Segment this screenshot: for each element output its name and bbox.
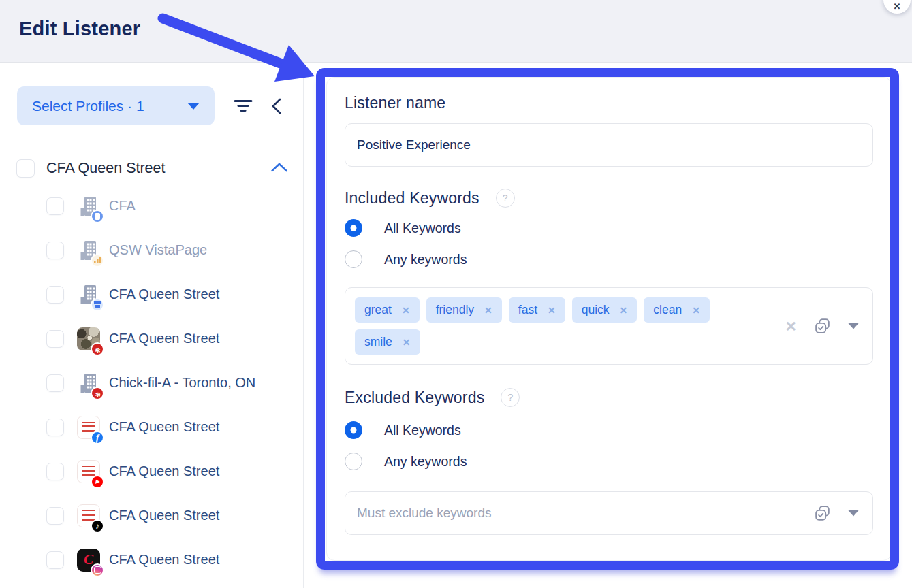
profile-checkbox[interactable] — [46, 374, 64, 392]
excluded-keywords-input[interactable] — [345, 492, 764, 534]
keyword-chips: great✕friendly✕fast✕quick✕clean✕smile✕ — [355, 297, 764, 355]
profile-row[interactable]: CFA Queen Street — [0, 405, 303, 449]
instagram-badge-icon — [91, 564, 104, 577]
profile-name: CFA Queen Street — [109, 287, 219, 302]
chevron-down-icon[interactable] — [848, 323, 859, 329]
tiktok-badge-icon — [91, 519, 104, 533]
filter-icon[interactable] — [234, 99, 253, 114]
profile-name: CFA Queen Street — [109, 552, 219, 568]
remove-keyword-icon[interactable]: ✕ — [692, 305, 700, 316]
google-business-badge-icon — [91, 210, 104, 223]
keyword-chip-label: clean — [653, 303, 682, 317]
remove-keyword-icon[interactable]: ✕ — [402, 305, 410, 316]
radio-unselected-icon[interactable] — [345, 250, 362, 268]
included-keywords-input[interactable]: great✕friendly✕fast✕quick✕clean✕smile✕ ✕ — [345, 287, 873, 365]
chevron-down-icon — [187, 103, 200, 110]
profile-checkbox[interactable] — [46, 197, 64, 215]
facebook-badge-icon — [91, 431, 104, 444]
profile-row[interactable]: Chick-fil-A - Toronto, ON — [0, 361, 303, 405]
brand-logo-avatar — [77, 460, 100, 483]
excluded-keywords-input-wrap — [345, 491, 873, 535]
analytics-badge-icon — [91, 254, 104, 267]
building-icon — [77, 195, 100, 218]
profile-name: Chick-fil-A - Toronto, ON — [109, 375, 255, 391]
profile-name: CFA Queen Street — [109, 508, 219, 523]
profile-row[interactable]: CFA Queen Street — [0, 316, 303, 361]
remove-keyword-icon[interactable]: ✕ — [620, 305, 628, 316]
remove-keyword-icon[interactable]: ✕ — [548, 305, 556, 316]
radio-selected-icon[interactable] — [345, 219, 362, 237]
radio-selected-icon[interactable] — [345, 421, 362, 439]
included-any-keywords-option[interactable]: Any keywords — [345, 250, 873, 269]
yelp-badge-icon — [91, 342, 104, 356]
keyword-chip-label: quick — [582, 303, 610, 317]
radio-label: All Keywords — [384, 220, 461, 236]
group-checkbox[interactable] — [16, 159, 35, 178]
profile-row[interactable]: QSW VistaPage — [0, 228, 303, 272]
profiles-sidebar: Select Profiles · 1 CFA Queen Street CFA — [0, 63, 304, 588]
building-icon — [77, 239, 100, 262]
profile-row[interactable]: CFA — [0, 184, 303, 228]
copy-keywords-icon[interactable] — [813, 317, 832, 336]
help-icon[interactable]: ? — [496, 189, 515, 208]
select-profiles-dropdown[interactable]: Select Profiles · 1 — [17, 86, 215, 125]
profile-row[interactable]: CFA Queen Street — [0, 449, 303, 493]
profile-list: CFA QSW VistaPage CFA Queen Street — [0, 184, 303, 582]
included-all-keywords-option[interactable]: All Keywords — [345, 218, 873, 238]
profile-row[interactable]: CFA Queen Street — [0, 538, 303, 582]
profile-checkbox[interactable] — [46, 507, 64, 525]
keyword-chip-label: great — [364, 303, 392, 317]
keyword-chip[interactable]: clean✕ — [644, 297, 710, 323]
profile-row[interactable]: CFA Queen Street — [0, 493, 303, 538]
copy-keywords-icon[interactable] — [813, 504, 832, 523]
profile-group-row[interactable]: CFA Queen Street — [16, 159, 288, 178]
help-icon[interactable]: ? — [501, 388, 520, 407]
youtube-badge-icon — [91, 475, 104, 489]
profile-checkbox[interactable] — [46, 330, 64, 348]
profile-name: CFA — [109, 198, 136, 214]
brand-logo-avatar — [77, 504, 100, 527]
excluded-all-keywords-option[interactable]: All Keywords — [345, 421, 873, 440]
clear-all-icon[interactable]: ✕ — [785, 319, 797, 333]
keyword-chip-label: friendly — [436, 303, 474, 317]
profile-checkbox[interactable] — [46, 463, 64, 480]
collapse-sidebar-icon[interactable] — [270, 97, 282, 115]
chevron-up-icon[interactable] — [270, 162, 288, 176]
profile-checkbox[interactable] — [46, 286, 64, 304]
profile-checkbox[interactable] — [46, 242, 64, 259]
listener-name-label: Listener name — [345, 94, 873, 112]
radio-label: Any keywords — [384, 252, 467, 267]
photo-avatar — [77, 327, 100, 350]
keyword-chip[interactable]: great✕ — [355, 297, 420, 323]
select-profiles-label: Select Profiles · 1 — [32, 98, 144, 114]
keyword-chip[interactable]: friendly✕ — [426, 297, 502, 323]
group-label: CFA Queen Street — [46, 160, 166, 177]
excluded-any-keywords-option[interactable]: Any keywords — [345, 452, 873, 471]
close-icon: ✕ — [894, 1, 901, 12]
chevron-down-icon[interactable] — [848, 510, 859, 517]
remove-keyword-icon[interactable]: ✕ — [403, 337, 411, 348]
profile-checkbox[interactable] — [46, 551, 64, 569]
storefront-badge-icon — [91, 298, 104, 312]
brand-logo-avatar — [77, 416, 100, 439]
excluded-keywords-heading: Excluded Keywords — [345, 389, 484, 407]
keyword-chip[interactable]: quick✕ — [572, 297, 638, 323]
profile-row[interactable]: CFA Queen Street — [0, 272, 303, 316]
top-header-bar: Edit Listener — [0, 0, 912, 63]
keyword-chip-label: fast — [518, 303, 537, 317]
building-icon — [77, 283, 100, 306]
listener-form-panel: Listener name Included Keywords ? All Ke… — [326, 77, 892, 561]
keyword-chip-label: smile — [364, 335, 392, 349]
profile-name: CFA Queen Street — [109, 331, 219, 346]
radio-unselected-icon[interactable] — [345, 453, 362, 470]
keyword-chip[interactable]: smile✕ — [355, 329, 420, 355]
included-keywords-heading: Included Keywords — [345, 189, 479, 208]
profile-checkbox[interactable] — [46, 419, 64, 436]
brand-logo-avatar — [77, 549, 100, 572]
listener-name-input[interactable] — [345, 123, 873, 167]
page-title: Edit Listener — [19, 18, 140, 40]
yelp-badge-icon — [91, 387, 104, 400]
profile-name: QSW VistaPage — [109, 242, 207, 258]
remove-keyword-icon[interactable]: ✕ — [484, 305, 492, 316]
keyword-chip[interactable]: fast✕ — [509, 297, 565, 323]
